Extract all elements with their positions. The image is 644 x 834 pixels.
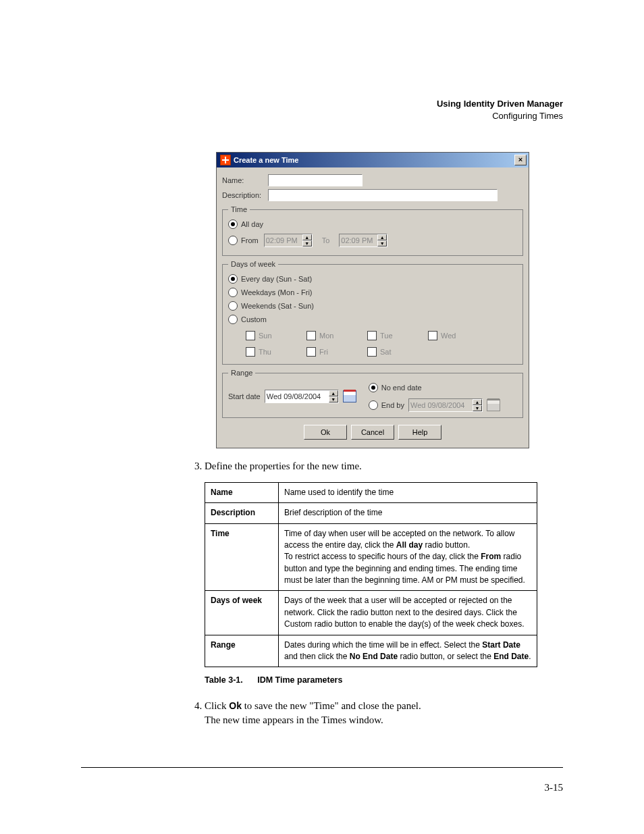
range-group: Range Start date ▲▼ No end date xyxy=(222,369,523,418)
weekdays-radio[interactable]: Weekdays (Mon - Fri) xyxy=(228,288,313,297)
from-time-input[interactable] xyxy=(265,234,302,246)
radio-icon xyxy=(228,288,238,297)
sat-check[interactable]: Sat xyxy=(367,347,421,357)
fri-check[interactable]: Fri xyxy=(306,347,360,357)
no-end-date-radio[interactable]: No end date xyxy=(369,383,500,392)
radio-icon xyxy=(228,236,238,245)
spin-down-icon[interactable]: ▼ xyxy=(473,405,482,411)
radio-icon xyxy=(228,274,238,284)
caption-number: Table 3-1. xyxy=(205,675,255,685)
spin-up-icon[interactable]: ▲ xyxy=(377,234,387,240)
step-4-text-b: to save the new "Time" and close the pan… xyxy=(242,700,421,711)
spin-down-icon[interactable]: ▼ xyxy=(302,240,312,246)
caption-text: IDM Time parameters xyxy=(257,675,342,685)
end-date-input[interactable] xyxy=(409,399,473,411)
spin-up-icon[interactable]: ▲ xyxy=(329,390,338,396)
checkbox-icon xyxy=(246,331,255,340)
radio-icon xyxy=(369,400,378,410)
table-row: NameName used to identify the time xyxy=(205,482,537,502)
custom-radio[interactable]: Custom xyxy=(228,315,267,324)
checkbox-icon xyxy=(246,347,255,357)
spin-up-icon[interactable]: ▲ xyxy=(473,399,482,405)
allday-radio[interactable]: All day xyxy=(228,219,263,229)
start-date-input[interactable] xyxy=(265,390,329,402)
parameters-table: NameName used to identify the timeDescri… xyxy=(205,482,537,668)
create-time-dialog: Create a new Time × Name: Description: T… xyxy=(216,152,529,448)
param-desc: Dates during which the time will be in e… xyxy=(279,635,537,667)
param-desc: Name used to identify the time xyxy=(279,482,537,502)
tue-check[interactable]: Tue xyxy=(367,331,421,340)
param-desc: Time of day when user will be accepted o… xyxy=(279,523,537,591)
footer-rule xyxy=(81,767,563,768)
start-date-spinner[interactable]: ▲▼ xyxy=(265,390,339,403)
header-title: Using Identity Driven Manager xyxy=(437,98,563,110)
help-button[interactable]: Help xyxy=(398,425,441,440)
param-name: Days of week xyxy=(205,591,279,635)
dialog-titlebar: Create a new Time × xyxy=(217,153,529,167)
param-name: Description xyxy=(205,503,279,523)
custom-label: Custom xyxy=(241,315,267,323)
header-subtitle: Configuring Times xyxy=(437,110,563,122)
page-number: 3-15 xyxy=(545,782,564,793)
param-name: Time xyxy=(205,523,279,591)
param-name: Name xyxy=(205,482,279,502)
parameters-tbody: NameName used to identify the timeDescri… xyxy=(205,482,537,667)
table-row: TimeTime of day when user will be accept… xyxy=(205,523,537,591)
ok-bold: Ok xyxy=(229,700,242,711)
dialog-icon xyxy=(220,155,231,165)
everyday-label: Every day (Sun - Sat) xyxy=(241,275,312,283)
dialog-title: Create a new Time xyxy=(234,156,298,164)
end-by-radio[interactable]: End by xyxy=(369,400,404,410)
mon-check[interactable]: Mon xyxy=(306,331,360,340)
name-label: Name: xyxy=(222,176,268,184)
range-legend: Range xyxy=(228,369,255,377)
end-date-spinner[interactable]: ▲▼ xyxy=(408,398,483,412)
sun-check[interactable]: Sun xyxy=(246,331,300,340)
wed-check[interactable]: Wed xyxy=(428,331,482,340)
name-field[interactable] xyxy=(268,174,363,186)
weekdays-label: Weekdays (Mon - Fri) xyxy=(241,288,313,296)
param-name: Range xyxy=(205,635,279,667)
radio-icon xyxy=(228,219,238,229)
description-field[interactable] xyxy=(268,189,498,201)
start-date-label: Start date xyxy=(228,392,261,400)
dialog-figure: Create a new Time × Name: Description: T… xyxy=(216,152,528,448)
ok-button[interactable]: Ok xyxy=(304,425,347,440)
everyday-radio[interactable]: Every day (Sun - Sat) xyxy=(228,274,312,284)
radio-icon xyxy=(228,301,238,311)
cancel-button[interactable]: Cancel xyxy=(351,425,394,440)
table-row: Days of weekDays of the week that a user… xyxy=(205,591,537,635)
days-legend: Days of week xyxy=(228,260,278,268)
checkbox-icon xyxy=(428,331,437,340)
step-3: Define the properties for the new time. … xyxy=(205,459,564,687)
end-by-label: End by xyxy=(381,401,404,409)
step-3-text: Define the properties for the new time. xyxy=(205,461,362,471)
param-desc: Brief description of the time xyxy=(279,503,537,523)
step-4: Click Ok to save the new "Time" and clos… xyxy=(205,699,564,729)
spin-down-icon[interactable]: ▼ xyxy=(329,396,338,402)
close-button[interactable]: × xyxy=(514,155,527,165)
table-caption: Table 3-1. IDM Time parameters xyxy=(205,674,564,686)
spin-up-icon[interactable]: ▲ xyxy=(302,234,312,240)
to-time-spinner[interactable]: ▲▼ xyxy=(339,234,387,247)
time-legend: Time xyxy=(228,205,250,213)
to-time-input[interactable] xyxy=(340,234,377,246)
from-time-spinner[interactable]: ▲▼ xyxy=(264,234,313,247)
table-row: DescriptionBrief description of the time xyxy=(205,503,537,523)
checkbox-icon xyxy=(306,347,316,357)
time-group: Time All day From ▲▼ xyxy=(222,205,523,256)
checkbox-icon xyxy=(367,347,377,357)
spin-down-icon[interactable]: ▼ xyxy=(377,240,387,246)
calendar-icon[interactable] xyxy=(343,390,356,402)
radio-icon xyxy=(228,315,238,324)
days-group: Days of week Every day (Sun - Sat) Weekd… xyxy=(222,260,523,365)
allday-label: All day xyxy=(241,220,263,228)
checkbox-icon xyxy=(367,331,377,340)
weekends-radio[interactable]: Weekends (Sat - Sun) xyxy=(228,301,314,311)
thu-check[interactable]: Thu xyxy=(246,347,300,357)
to-label: To xyxy=(322,236,330,244)
page-header: Using Identity Driven Manager Configurin… xyxy=(437,98,563,122)
from-radio[interactable]: From xyxy=(228,236,259,245)
checkbox-icon xyxy=(306,331,316,340)
no-end-date-label: No end date xyxy=(381,384,422,392)
